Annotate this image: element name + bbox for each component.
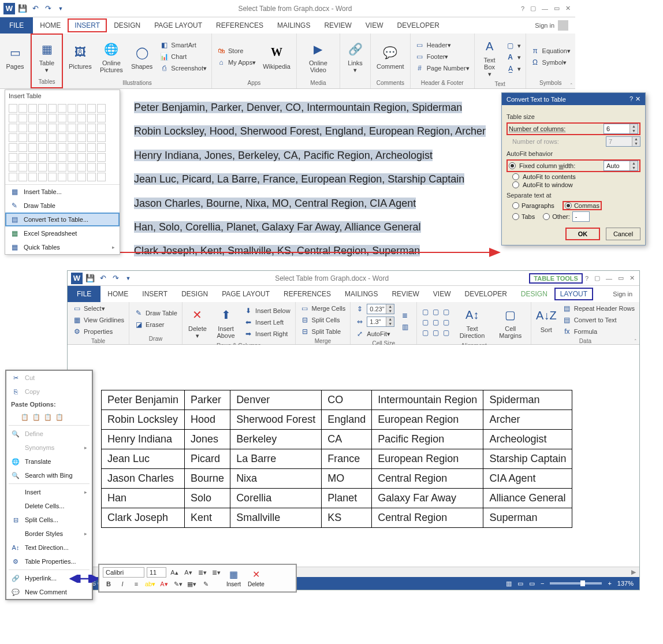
paste-option-3-icon[interactable]: 📋 <box>43 412 53 422</box>
symbol-button[interactable]: ΩSymbol ▾ <box>530 57 572 68</box>
tab-home-2[interactable]: HOME <box>100 286 135 302</box>
undo-icon[interactable]: ↶ <box>30 3 40 14</box>
save-icon[interactable]: 💾 <box>17 3 28 14</box>
grid-cell[interactable] <box>97 133 106 142</box>
view-read-icon[interactable]: ▭ <box>517 580 523 587</box>
grid-cell[interactable] <box>97 163 106 172</box>
grid-cell[interactable] <box>87 133 96 142</box>
grid-cell[interactable] <box>18 124 27 132</box>
grid-cell[interactable] <box>38 133 47 142</box>
tab-view[interactable]: VIEW <box>359 17 390 33</box>
close-icon-2[interactable]: ✕ <box>630 274 635 282</box>
grid-cell[interactable] <box>9 173 17 181</box>
table-cell[interactable]: Parker <box>185 390 230 410</box>
tab-tabledesign[interactable]: DESIGN <box>514 286 554 302</box>
table-cell[interactable]: Spiderman <box>483 390 572 410</box>
close-icon[interactable]: ✕ <box>565 5 571 12</box>
qat-dropdown-icon-2[interactable]: ▼ <box>123 273 133 284</box>
table-cell[interactable]: CA <box>322 430 372 449</box>
table-cell[interactable]: Nixa <box>230 469 322 489</box>
radio-row-commas[interactable]: Commas <box>563 201 602 210</box>
grid-cell[interactable] <box>58 104 66 113</box>
screenshot-button[interactable]: ⎙Screenshot ▾ <box>158 63 208 73</box>
table-cell[interactable]: Solo <box>185 489 230 508</box>
tab-review-2[interactable]: REVIEW <box>385 286 426 302</box>
table-cell[interactable]: Intermountain Region <box>372 390 483 410</box>
table-row[interactable]: Jason CharlesBourneNixaMOCentral RegionC… <box>102 469 572 489</box>
table-cell[interactable]: Berkeley <box>230 430 322 449</box>
selected-text-line[interactable]: Robin Locksley, Hood, Sherwood Forest, E… <box>134 125 486 137</box>
grid-cell[interactable] <box>38 143 47 152</box>
tab-file[interactable]: FILE <box>0 17 33 33</box>
table-cell[interactable]: Alliance General <box>483 489 572 508</box>
redo-icon-2[interactable]: ↷ <box>110 273 121 284</box>
grid-cell[interactable] <box>87 114 96 122</box>
restore-icon-2[interactable]: ▭ <box>618 274 624 282</box>
table-cell[interactable]: Starship Captain <box>483 449 572 469</box>
styles-icon[interactable]: ✎ <box>200 579 211 589</box>
table-cell[interactable]: CO <box>322 390 372 410</box>
grid-cell[interactable] <box>48 143 57 152</box>
row-autofit-window[interactable]: AutoFit to window <box>506 181 640 188</box>
grid-cell[interactable] <box>48 173 57 181</box>
num-cols-spinner[interactable]: 6▲▼ <box>604 124 638 134</box>
eraser-button[interactable]: ◪Eraser <box>133 319 178 330</box>
paste-option-4-icon[interactable]: 📋 <box>55 412 64 422</box>
table-cell[interactable]: Han <box>102 489 185 508</box>
ctx-text-direction[interactable]: A↕Text Direction... <box>6 541 92 554</box>
ctx-paste-options[interactable]: 📋 📋 📋 📋 <box>6 410 92 424</box>
grid-cell[interactable] <box>68 143 76 152</box>
grid-cell[interactable] <box>9 163 17 172</box>
table-row[interactable]: Jean LucPicardLa BarreFranceEuropean Reg… <box>102 449 572 469</box>
table-row[interactable]: Clark JosephKentSmallvilleKSCentral Regi… <box>102 508 572 528</box>
ok-button[interactable]: OK <box>565 228 600 240</box>
grid-cell[interactable] <box>68 114 76 122</box>
format-painter-icon[interactable]: ✎▾ <box>172 579 184 589</box>
tab-tablelayout[interactable]: LAYOUT <box>554 288 593 300</box>
repeat-header-button[interactable]: ▤Repeat Header Rows <box>561 303 636 314</box>
help-icon-2[interactable]: ? <box>585 275 588 282</box>
grid-cell[interactable] <box>38 163 47 172</box>
table-cell[interactable]: Henry Indiana <box>102 430 185 449</box>
grid-cell[interactable] <box>58 124 66 132</box>
grid-cell[interactable] <box>58 163 66 172</box>
grid-cell[interactable] <box>48 163 57 172</box>
tab-references[interactable]: REFERENCES <box>209 17 270 33</box>
grid-cell[interactable] <box>18 133 27 142</box>
table-cell[interactable]: CIA Agent <box>483 469 572 489</box>
font-combo[interactable]: Calibri <box>103 567 144 578</box>
ribbon-display-icon-2[interactable]: ▢ <box>594 274 600 282</box>
numbering-icon[interactable]: ≣▾ <box>210 567 222 578</box>
ctx-border-styles[interactable]: Border Styles▸ <box>6 527 92 541</box>
tab-file-2[interactable]: FILE <box>68 286 100 302</box>
grid-cell[interactable] <box>28 124 37 132</box>
ctx-new-comment[interactable]: 💬New Comment <box>6 585 92 599</box>
table-cell[interactable]: KS <box>322 508 372 528</box>
grid-cell[interactable] <box>77 114 86 122</box>
grid-cell[interactable] <box>68 104 76 113</box>
page-number-button[interactable]: #Page Number ▾ <box>414 63 471 73</box>
collapse-ribbon-icon[interactable]: ˄ <box>570 83 573 88</box>
table-cell[interactable]: Sherwood Forest <box>230 410 322 430</box>
dialog-close-icon[interactable]: ✕ <box>635 95 640 103</box>
grid-cell[interactable] <box>18 163 27 172</box>
table-cell[interactable]: Robin Locksley <box>102 410 185 430</box>
save-icon-2[interactable]: 💾 <box>85 273 95 284</box>
grid-cell[interactable] <box>87 153 96 162</box>
online-pictures-button[interactable]: 🌐 Online Pictures <box>98 38 125 76</box>
tab-insert-2[interactable]: INSERT <box>135 286 174 302</box>
align-tr-icon[interactable]: ▢ <box>441 307 450 317</box>
menu-quick-tables[interactable]: ▦Quick Tables▸ <box>5 240 120 254</box>
table-cell[interactable]: Kent <box>185 508 230 528</box>
wikipedia-button[interactable]: W Wikipedia <box>260 41 293 72</box>
row-autofit-contents[interactable]: AutoFit to contents <box>506 173 640 180</box>
redo-icon[interactable]: ↷ <box>43 3 53 14</box>
grid-cell[interactable] <box>68 163 76 172</box>
selected-text-line[interactable]: Peter Benjamin, Parker, Denver, CO, Inte… <box>134 102 462 113</box>
grid-cell[interactable] <box>58 153 66 162</box>
ribbon-display-icon[interactable]: ▢ <box>530 5 536 12</box>
tab-mailings-2[interactable]: MAILINGS <box>338 286 385 302</box>
table-cell[interactable]: Denver <box>230 390 322 410</box>
ctx-split-cells[interactable]: ⊟Split Cells... <box>6 513 92 527</box>
grid-cell[interactable] <box>9 104 17 113</box>
